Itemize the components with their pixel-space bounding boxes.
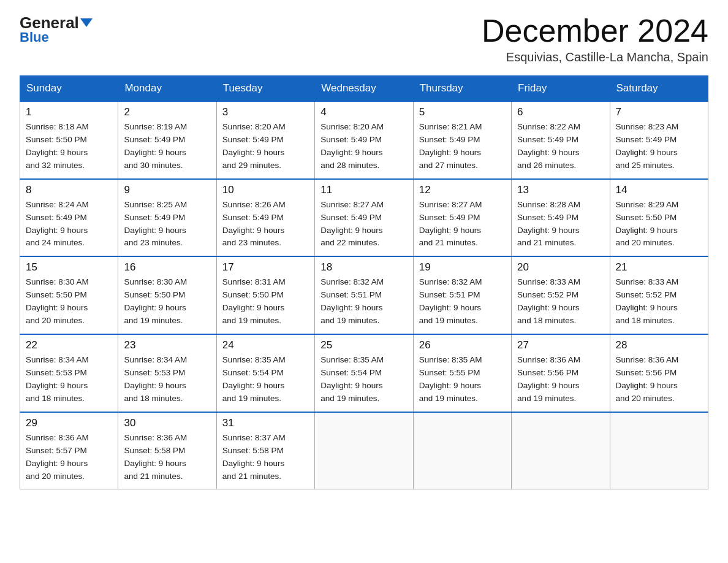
day-info: Sunrise: 8:29 AMSunset: 5:50 PMDaylight:…: [616, 199, 702, 250]
day-number: 30: [124, 417, 210, 429]
day-info: Sunrise: 8:18 AMSunset: 5:50 PMDaylight:…: [26, 121, 112, 172]
logo-blue: Blue: [20, 29, 49, 45]
calendar-cell: 19Sunrise: 8:32 AMSunset: 5:51 PMDayligh…: [413, 256, 511, 334]
weekday-header-monday: Monday: [118, 76, 216, 102]
day-number: 25: [320, 339, 407, 351]
calendar-cell: 21Sunrise: 8:33 AMSunset: 5:52 PMDayligh…: [610, 256, 708, 334]
day-number: 14: [616, 184, 702, 196]
month-title: December 2024: [482, 15, 708, 47]
calendar-cell: 31Sunrise: 8:37 AMSunset: 5:58 PMDayligh…: [216, 412, 314, 489]
day-info: Sunrise: 8:37 AMSunset: 5:58 PMDaylight:…: [222, 432, 309, 483]
day-info: Sunrise: 8:23 AMSunset: 5:49 PMDaylight:…: [616, 121, 702, 172]
day-number: 1: [26, 106, 112, 118]
calendar-cell: 27Sunrise: 8:36 AMSunset: 5:56 PMDayligh…: [512, 334, 610, 412]
logo-general: General: [20, 15, 93, 31]
day-info: Sunrise: 8:20 AMSunset: 5:49 PMDaylight:…: [222, 121, 309, 172]
calendar-week-1: 1Sunrise: 8:18 AMSunset: 5:50 PMDaylight…: [20, 101, 708, 179]
calendar-cell: 30Sunrise: 8:36 AMSunset: 5:58 PMDayligh…: [118, 412, 216, 489]
title-block: December 2024 Esquivias, Castille-La Man…: [482, 15, 708, 64]
page-header: General Blue December 2024 Esquivias, Ca…: [20, 15, 708, 64]
weekday-header-saturday: Saturday: [610, 76, 708, 102]
calendar-cell: 28Sunrise: 8:36 AMSunset: 5:56 PMDayligh…: [610, 334, 708, 412]
calendar-cell: 11Sunrise: 8:27 AMSunset: 5:49 PMDayligh…: [315, 179, 413, 257]
day-number: 6: [517, 106, 604, 118]
weekday-header-row: SundayMondayTuesdayWednesdayThursdayFrid…: [20, 76, 708, 102]
day-info: Sunrise: 8:27 AMSunset: 5:49 PMDaylight:…: [320, 199, 407, 250]
day-number: 21: [616, 261, 702, 274]
calendar-week-3: 15Sunrise: 8:30 AMSunset: 5:50 PMDayligh…: [20, 256, 708, 334]
logo-triangle-icon: [80, 18, 93, 27]
calendar-cell: 5Sunrise: 8:21 AMSunset: 5:49 PMDaylight…: [413, 101, 511, 179]
day-number: 19: [419, 261, 506, 274]
calendar-cell: 26Sunrise: 8:35 AMSunset: 5:55 PMDayligh…: [413, 334, 511, 412]
day-number: 18: [320, 261, 407, 274]
calendar-cell: 13Sunrise: 8:28 AMSunset: 5:49 PMDayligh…: [512, 179, 610, 257]
calendar-cell: 17Sunrise: 8:31 AMSunset: 5:50 PMDayligh…: [216, 256, 314, 334]
day-number: 2: [124, 106, 210, 118]
calendar-week-2: 8Sunrise: 8:24 AMSunset: 5:49 PMDaylight…: [20, 179, 708, 257]
day-info: Sunrise: 8:28 AMSunset: 5:49 PMDaylight:…: [517, 199, 604, 250]
day-info: Sunrise: 8:35 AMSunset: 5:54 PMDaylight:…: [222, 354, 309, 405]
day-number: 22: [26, 339, 112, 351]
day-number: 4: [320, 106, 407, 118]
day-number: 7: [616, 106, 702, 118]
calendar-table: SundayMondayTuesdayWednesdayThursdayFrid…: [20, 75, 708, 489]
day-info: Sunrise: 8:27 AMSunset: 5:49 PMDaylight:…: [419, 199, 506, 250]
calendar-week-5: 29Sunrise: 8:36 AMSunset: 5:57 PMDayligh…: [20, 412, 708, 489]
day-number: 26: [419, 339, 506, 351]
day-info: Sunrise: 8:21 AMSunset: 5:49 PMDaylight:…: [419, 121, 506, 172]
day-number: 9: [124, 184, 210, 196]
calendar-cell: 4Sunrise: 8:20 AMSunset: 5:49 PMDaylight…: [315, 101, 413, 179]
day-number: 20: [517, 261, 604, 274]
day-number: 16: [124, 261, 210, 274]
calendar-cell: 15Sunrise: 8:30 AMSunset: 5:50 PMDayligh…: [20, 256, 118, 334]
weekday-header-friday: Friday: [512, 76, 610, 102]
calendar-body: 1Sunrise: 8:18 AMSunset: 5:50 PMDaylight…: [20, 101, 708, 489]
day-info: Sunrise: 8:34 AMSunset: 5:53 PMDaylight:…: [26, 354, 112, 405]
day-number: 24: [222, 339, 309, 351]
day-number: 31: [222, 417, 309, 429]
calendar-cell: 2Sunrise: 8:19 AMSunset: 5:49 PMDaylight…: [118, 101, 216, 179]
day-info: Sunrise: 8:32 AMSunset: 5:51 PMDaylight:…: [419, 276, 506, 327]
day-info: Sunrise: 8:22 AMSunset: 5:49 PMDaylight:…: [517, 121, 604, 172]
calendar-cell: 18Sunrise: 8:32 AMSunset: 5:51 PMDayligh…: [315, 256, 413, 334]
calendar-cell: 25Sunrise: 8:35 AMSunset: 5:54 PMDayligh…: [315, 334, 413, 412]
day-number: 10: [222, 184, 309, 196]
calendar-cell: 10Sunrise: 8:26 AMSunset: 5:49 PMDayligh…: [216, 179, 314, 257]
day-info: Sunrise: 8:33 AMSunset: 5:52 PMDaylight:…: [616, 276, 702, 327]
calendar-cell: 14Sunrise: 8:29 AMSunset: 5:50 PMDayligh…: [610, 179, 708, 257]
day-info: Sunrise: 8:30 AMSunset: 5:50 PMDaylight:…: [26, 276, 112, 327]
weekday-header-sunday: Sunday: [20, 76, 118, 102]
day-info: Sunrise: 8:34 AMSunset: 5:53 PMDaylight:…: [124, 354, 210, 405]
day-info: Sunrise: 8:35 AMSunset: 5:55 PMDaylight:…: [419, 354, 506, 405]
day-info: Sunrise: 8:36 AMSunset: 5:56 PMDaylight:…: [517, 354, 604, 405]
calendar-cell: [610, 412, 708, 489]
calendar-cell: 3Sunrise: 8:20 AMSunset: 5:49 PMDaylight…: [216, 101, 314, 179]
calendar-cell: 29Sunrise: 8:36 AMSunset: 5:57 PMDayligh…: [20, 412, 118, 489]
calendar-cell: 22Sunrise: 8:34 AMSunset: 5:53 PMDayligh…: [20, 334, 118, 412]
day-info: Sunrise: 8:36 AMSunset: 5:58 PMDaylight:…: [124, 432, 210, 483]
calendar-cell: 1Sunrise: 8:18 AMSunset: 5:50 PMDaylight…: [20, 101, 118, 179]
calendar-cell: [413, 412, 511, 489]
calendar-cell: 23Sunrise: 8:34 AMSunset: 5:53 PMDayligh…: [118, 334, 216, 412]
calendar-cell: [512, 412, 610, 489]
calendar-cell: 12Sunrise: 8:27 AMSunset: 5:49 PMDayligh…: [413, 179, 511, 257]
day-number: 3: [222, 106, 309, 118]
day-number: 11: [320, 184, 407, 196]
day-number: 28: [616, 339, 702, 351]
day-number: 23: [124, 339, 210, 351]
day-number: 15: [26, 261, 112, 274]
calendar-cell: 24Sunrise: 8:35 AMSunset: 5:54 PMDayligh…: [216, 334, 314, 412]
day-number: 5: [419, 106, 506, 118]
day-info: Sunrise: 8:24 AMSunset: 5:49 PMDaylight:…: [26, 199, 112, 250]
day-number: 13: [517, 184, 604, 196]
weekday-header-tuesday: Tuesday: [216, 76, 314, 102]
logo: General Blue: [20, 15, 93, 45]
calendar-week-4: 22Sunrise: 8:34 AMSunset: 5:53 PMDayligh…: [20, 334, 708, 412]
day-info: Sunrise: 8:36 AMSunset: 5:57 PMDaylight:…: [26, 432, 112, 483]
location-title: Esquivias, Castille-La Mancha, Spain: [482, 50, 708, 64]
day-info: Sunrise: 8:32 AMSunset: 5:51 PMDaylight:…: [320, 276, 407, 327]
calendar-cell: [315, 412, 413, 489]
day-number: 17: [222, 261, 309, 274]
weekday-header-thursday: Thursday: [413, 76, 511, 102]
